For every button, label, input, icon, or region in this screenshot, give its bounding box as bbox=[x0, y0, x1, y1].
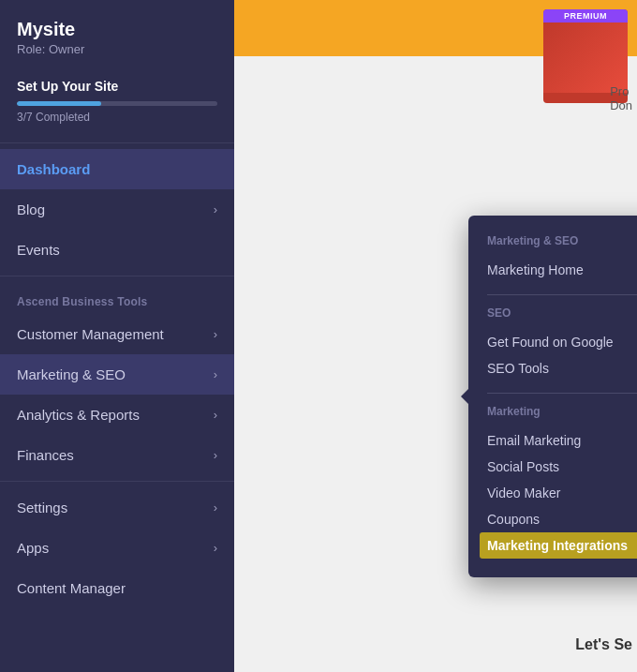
submenu-item-coupons[interactable]: Coupons bbox=[487, 506, 637, 532]
pro-text: Pro bbox=[610, 84, 632, 98]
divider-2 bbox=[0, 276, 234, 276]
submenu-item-social-posts[interactable]: Social Posts bbox=[487, 454, 637, 480]
content-manager-label: Content Manager bbox=[17, 580, 126, 596]
submenu-item-video-maker[interactable]: Video Maker bbox=[487, 480, 637, 506]
submenu-divider-2 bbox=[487, 393, 637, 394]
settings-label: Settings bbox=[17, 500, 67, 515]
divider-1 bbox=[0, 142, 234, 143]
sidebar-header: Mysite Role: Owner bbox=[0, 0, 234, 69]
events-label: Events bbox=[17, 242, 60, 258]
sidebar-item-analytics-reports[interactable]: Analytics & Reports › bbox=[0, 395, 234, 435]
premium-badge: PREMIUM bbox=[543, 9, 628, 22]
sidebar-item-blog[interactable]: Blog › bbox=[0, 189, 234, 230]
submenu-col-left: Marketing & SEO Marketing Home SEO Get F… bbox=[468, 234, 637, 559]
chevron-icon: › bbox=[214, 541, 217, 555]
sidebar-item-marketing-seo[interactable]: Marketing & SEO › bbox=[0, 354, 234, 395]
site-name: Mysite bbox=[17, 19, 217, 40]
sidebar: Mysite Role: Owner Set Up Your Site 3/7 … bbox=[0, 0, 234, 672]
submenu-item-marketing-integrations[interactable]: Marketing Integrations bbox=[480, 532, 637, 559]
setup-section: Set Up Your Site 3/7 Completed bbox=[0, 69, 234, 137]
chevron-icon: › bbox=[214, 202, 217, 217]
blog-label: Blog bbox=[17, 202, 45, 217]
divider-3 bbox=[0, 481, 234, 482]
submenu-item-marketing-home[interactable]: Marketing Home bbox=[487, 257, 637, 283]
progress-bar-fill bbox=[17, 101, 101, 106]
lets-se-text: Let's Se bbox=[575, 636, 632, 653]
chevron-icon: › bbox=[214, 408, 217, 422]
sidebar-nav: Dashboard Blog › Events Ascend Business … bbox=[0, 149, 234, 672]
dashboard-label: Dashboard bbox=[17, 161, 90, 177]
main-content: PREMIUM Pro Don Tic Let's Se Marketing &… bbox=[234, 0, 637, 672]
chevron-icon: › bbox=[214, 448, 217, 462]
sidebar-item-customer-management[interactable]: Customer Management › bbox=[0, 314, 234, 354]
submenu-item-email-marketing[interactable]: Email Marketing bbox=[487, 427, 637, 454]
sidebar-item-settings[interactable]: Settings › bbox=[0, 487, 234, 528]
progress-count: 3/7 Completed bbox=[17, 111, 217, 124]
sidebar-item-events[interactable]: Events bbox=[0, 230, 234, 270]
chevron-icon: › bbox=[214, 367, 217, 381]
submenu-section-marketing-seo: Marketing & SEO bbox=[487, 234, 637, 247]
sidebar-item-content-manager[interactable]: Content Manager bbox=[0, 568, 234, 608]
apps-label: Apps bbox=[17, 540, 49, 556]
chevron-icon: › bbox=[214, 500, 217, 515]
setup-label: Set Up Your Site bbox=[17, 79, 217, 94]
analytics-reports-label: Analytics & Reports bbox=[17, 407, 140, 423]
partial-pro-don: Pro Don bbox=[610, 84, 632, 112]
role-text: Role: Owner bbox=[17, 42, 217, 56]
submenu-overlay: Marketing & SEO Marketing Home SEO Get F… bbox=[468, 216, 637, 577]
submenu-item-seo-tools[interactable]: SEO Tools bbox=[487, 355, 637, 381]
progress-bar-track bbox=[17, 101, 217, 106]
marketing-seo-label: Marketing & SEO bbox=[17, 366, 126, 382]
sidebar-item-apps[interactable]: Apps › bbox=[0, 528, 234, 568]
submenu-section-marketing: Marketing bbox=[487, 405, 637, 418]
sidebar-item-finances[interactable]: Finances › bbox=[0, 435, 234, 475]
finances-label: Finances bbox=[17, 447, 74, 463]
premium-card-image bbox=[543, 22, 628, 93]
customer-management-label: Customer Management bbox=[17, 326, 164, 342]
don-text: Don bbox=[610, 98, 632, 112]
chevron-icon: › bbox=[214, 327, 217, 341]
submenu-section-seo: SEO bbox=[487, 306, 637, 320]
sidebar-item-dashboard[interactable]: Dashboard bbox=[0, 149, 234, 189]
submenu-arrow bbox=[461, 389, 468, 404]
submenu-item-get-found-google[interactable]: Get Found on Google bbox=[487, 329, 637, 355]
section-label-ascend: Ascend Business Tools bbox=[0, 282, 234, 314]
submenu-divider-1 bbox=[487, 294, 637, 295]
